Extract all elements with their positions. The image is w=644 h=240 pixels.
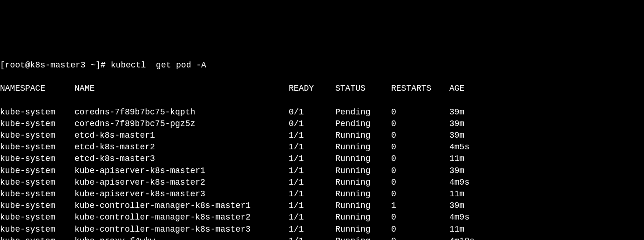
cell-name: coredns-7f89b7bc75-kqpth [75,107,289,118]
table-row: kube-systemkube-controller-manager-k8s-m… [0,212,644,223]
cell-restarts: 0 [391,188,449,200]
cell-age: 4m9s [449,212,469,223]
header-ready: READY [289,83,335,94]
cell-restarts: 0 [391,107,449,118]
cell-ready: 1/1 [289,188,335,200]
cell-name: kube-apiserver-k8s-master2 [75,177,289,188]
cell-namespace: kube-system [0,188,75,200]
cell-restarts: 0 [391,235,449,240]
cell-ready: 1/1 [289,177,335,188]
cell-restarts: 0 [391,118,449,130]
cell-status: Running [335,212,391,223]
cell-namespace: kube-system [0,153,75,165]
cell-age: 39m [449,200,464,212]
cell-age: 39m [449,107,464,118]
cell-age: 11m [449,153,464,165]
cell-ready: 1/1 [289,130,335,141]
cell-name: kube-controller-manager-k8s-master2 [75,212,289,223]
cell-age: 4m10s [449,235,475,240]
cell-namespace: kube-system [0,165,75,177]
cell-status: Running [335,153,391,165]
cell-restarts: 0 [391,224,449,235]
command-line: [root@k8s-master3 ~]# kubectl get pod -A [0,60,644,71]
header-name: NAME [75,83,289,94]
cell-namespace: kube-system [0,118,75,130]
cell-ready: 1/1 [289,200,335,212]
cell-ready: 0/1 [289,118,335,130]
cell-ready: 1/1 [289,165,335,177]
cell-age: 11m [449,188,464,200]
cell-ready: 1/1 [289,212,335,223]
table-row: kube-systemkube-controller-manager-k8s-m… [0,200,644,212]
cell-name: kube-controller-manager-k8s-master1 [75,200,289,212]
shell-command: kubectl get pod -A [111,60,206,70]
table-row: kube-systemkube-apiserver-k8s-master31/1… [0,188,644,200]
cell-status: Running [335,141,391,153]
cell-status: Running [335,177,391,188]
cell-name: etcd-k8s-master2 [75,141,289,153]
table-row: kube-systemkube-controller-manager-k8s-m… [0,224,644,235]
cell-status: Running [335,200,391,212]
terminal-output[interactable]: [root@k8s-master3 ~]# kubectl get pod -A… [0,48,644,240]
cell-namespace: kube-system [0,130,75,141]
cell-restarts: 0 [391,165,449,177]
cell-ready: 1/1 [289,235,335,240]
cell-namespace: kube-system [0,141,75,153]
header-age: AGE [449,83,464,94]
cell-status: Running [335,224,391,235]
cell-status: Running [335,235,391,240]
cell-name: kube-apiserver-k8s-master3 [75,188,289,200]
cell-restarts: 0 [391,130,449,141]
header-restarts: RESTARTS [391,83,449,94]
cell-age: 4m9s [449,177,469,188]
cell-age: 39m [449,130,464,141]
cell-age: 39m [449,118,464,130]
cell-name: kube-apiserver-k8s-master1 [75,165,289,177]
cell-ready: 1/1 [289,224,335,235]
table-row: kube-systemkube-apiserver-k8s-master11/1… [0,165,644,177]
cell-namespace: kube-system [0,235,75,240]
cell-name: etcd-k8s-master1 [75,130,289,141]
table-row: kube-systemetcd-k8s-master31/1Running011… [0,153,644,165]
cell-name: kube-controller-manager-k8s-master3 [75,224,289,235]
cell-status: Running [335,130,391,141]
cell-ready: 0/1 [289,107,335,118]
cell-status: Pending [335,118,391,130]
header-status: STATUS [335,83,391,94]
cell-restarts: 0 [391,212,449,223]
cell-status: Running [335,165,391,177]
table-row: kube-systemetcd-k8s-master11/1Running039… [0,130,644,141]
cell-ready: 1/1 [289,141,335,153]
cell-age: 39m [449,165,464,177]
cell-status: Running [335,188,391,200]
header-namespace: NAMESPACE [0,83,75,94]
cell-namespace: kube-system [0,200,75,212]
table-header: NAMESPACENAMEREADYSTATUSRESTARTSAGE [0,83,644,94]
shell-prompt: [root@k8s-master3 ~]# [0,60,111,70]
cell-restarts: 1 [391,200,449,212]
cell-namespace: kube-system [0,177,75,188]
cell-namespace: kube-system [0,212,75,223]
cell-namespace: kube-system [0,107,75,118]
cell-name: coredns-7f89b7bc75-pgz5z [75,118,289,130]
table-row: kube-systemetcd-k8s-master21/1Running04m… [0,141,644,153]
cell-restarts: 0 [391,153,449,165]
cell-ready: 1/1 [289,153,335,165]
table-row: kube-systemcoredns-7f89b7bc75-pgz5z0/1Pe… [0,118,644,130]
table-row: kube-systemkube-proxy-f4wkw1/1Running04m… [0,235,644,240]
cell-restarts: 0 [391,141,449,153]
cell-name: kube-proxy-f4wkw [75,235,289,240]
cell-age: 11m [449,224,464,235]
cell-age: 4m5s [449,141,469,153]
cell-restarts: 0 [391,177,449,188]
cell-status: Pending [335,107,391,118]
cell-namespace: kube-system [0,224,75,235]
table-row: kube-systemcoredns-7f89b7bc75-kqpth0/1Pe… [0,107,644,118]
cell-name: etcd-k8s-master3 [75,153,289,165]
table-row: kube-systemkube-apiserver-k8s-master21/1… [0,177,644,188]
